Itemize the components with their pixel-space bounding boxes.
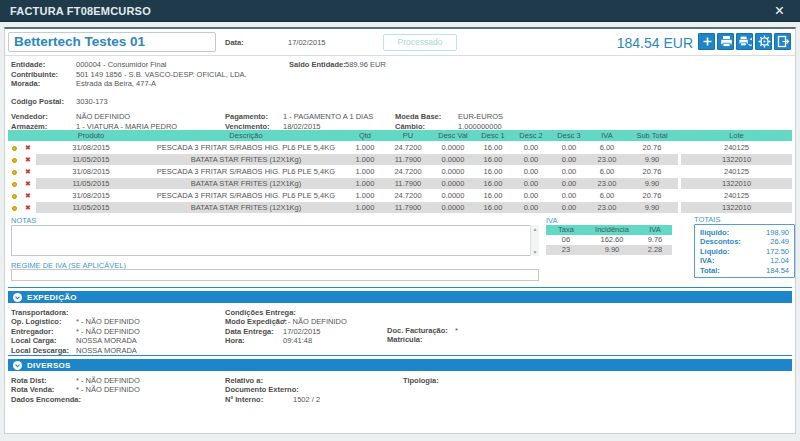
field-value: 09:41:48 xyxy=(283,336,312,345)
cell-desc-val: 0.0000 xyxy=(432,202,474,213)
cell-desc-val: 0.0000 xyxy=(432,166,474,177)
diversos-section-header[interactable]: DIVERSOS xyxy=(8,359,792,371)
field-label: Condições Entrega: xyxy=(225,308,283,317)
field-value: 1 - PAGAMENTO A 1 DIAS xyxy=(283,112,373,122)
cell-sub-total: 9.90 xyxy=(626,202,678,213)
gear-icon xyxy=(756,33,771,50)
total-value: 198.90 xyxy=(766,228,789,237)
cell-iva-amount: 2.28 xyxy=(638,245,672,255)
cell-iva: 23.00 xyxy=(588,178,626,189)
field-value: * - NÃO DEFINIDO xyxy=(76,327,140,336)
row-status-icon xyxy=(8,142,20,153)
payment-fields: Pagamento:1 - PAGAMENTO A 1 DIASVencimen… xyxy=(225,112,373,131)
table-row[interactable]: ✖ 31/08/2015 PESCADA 3 FRITAR S/RABOS HI… xyxy=(8,166,792,177)
notas-input[interactable] xyxy=(11,225,539,256)
col-iva: IVA xyxy=(588,130,626,141)
delete-row-icon[interactable]: ✖ xyxy=(20,154,36,165)
field-label: Armazém: xyxy=(11,122,76,132)
delete-row-icon[interactable]: ✖ xyxy=(20,202,36,213)
total-value: 12.04 xyxy=(770,256,789,265)
close-icon[interactable]: × xyxy=(771,0,788,22)
total-label: Total: xyxy=(700,266,766,275)
table-row[interactable]: ✖ 11/05/2015 BATATA STAR FRITES (12X1Kg)… xyxy=(8,202,792,213)
print-series-button[interactable] xyxy=(736,33,753,50)
date-label: Data: xyxy=(225,38,244,47)
table-row[interactable]: ✖ 31/08/2015 PESCADA 3 FRITAR S/RABOS HI… xyxy=(8,190,792,201)
field-label: Doc. Facturação: xyxy=(387,326,455,335)
col-incidencia: Incidência xyxy=(586,225,638,235)
section-divider xyxy=(8,287,792,288)
cell-qtd: 1.000 xyxy=(346,178,384,189)
field-label: Data Entrega: xyxy=(225,327,283,336)
field-label: Contribuinte: xyxy=(11,70,76,80)
cell-produto: 31/08/2015 xyxy=(36,190,146,201)
field-label: Vendedor: xyxy=(11,112,76,122)
total-amount: 184.54 EUR xyxy=(617,35,693,51)
row-status-icon xyxy=(8,190,20,201)
table-row[interactable]: ✖ 11/05/2015 BATATA STAR FRITES (12X1Kg)… xyxy=(8,178,792,189)
total-row: Total: 184.54 xyxy=(700,266,789,275)
cell-produto: 11/05/2015 xyxy=(36,178,146,189)
cell-iva: 6.00 xyxy=(588,190,626,201)
field-label: Hora: xyxy=(225,336,283,345)
cell-incidencia: 162.60 xyxy=(586,235,638,245)
table-row[interactable]: ✖ 11/05/2015 BATATA STAR FRITES (12X1Kg)… xyxy=(8,154,792,165)
field-value: Estrada da Beira, 477-A xyxy=(76,79,156,89)
scroll-down-icon[interactable]: ▼ xyxy=(531,249,539,255)
cell-descricao: BATATA STAR FRITES (12X1Kg) xyxy=(146,202,346,213)
cell-desc-1: 16.00 xyxy=(474,178,512,189)
cell-lote: 240125 xyxy=(681,190,792,201)
delete-row-icon[interactable]: ✖ xyxy=(20,142,36,153)
settings-button[interactable] xyxy=(755,33,772,50)
col-desc-2: Desc 2 xyxy=(512,130,550,141)
expedicao-section-header[interactable]: EXPEDIÇÃO xyxy=(8,291,792,303)
entity-name-field[interactable]: Bettertech Testes 01 xyxy=(8,32,216,52)
exit-button[interactable] xyxy=(774,33,791,50)
cell-pu: 24.7200 xyxy=(384,166,432,177)
items-table-header: Produto Descrição Qtd PU Desc Val Desc 1… xyxy=(8,130,792,141)
postal-field: Código Postal:3030-173 xyxy=(11,97,108,107)
cell-produto: 11/05/2015 xyxy=(36,154,146,165)
section-title: EXPEDIÇÃO xyxy=(27,293,77,302)
field-value: * - NÃO DEFINIDO xyxy=(76,376,140,385)
date-value: 17/02/2015 xyxy=(288,38,326,47)
mid-section: NOTAS ▲ ▼ IVA Taxa Incidência IVA 06 162… xyxy=(5,213,795,287)
status-badge[interactable]: Processado xyxy=(383,34,457,51)
cell-qtd: 1.000 xyxy=(346,142,384,153)
iva-row: 06 162.60 9.76 xyxy=(546,235,672,245)
iva-table: Taxa Incidência IVA 06 162.60 9.76 23 9.… xyxy=(546,225,672,255)
cell-desc-val: 0.0000 xyxy=(432,154,474,165)
scroll-up-icon[interactable]: ▲ xyxy=(531,226,539,232)
table-row[interactable]: ✖ 31/08/2015 PESCADA 3 FRITAR S/RABOS HI… xyxy=(8,142,792,153)
col-produto: Produto xyxy=(36,130,146,141)
cell-desc-2: 0.00 xyxy=(512,202,550,213)
field-label: Moeda Base: xyxy=(395,112,458,122)
title-bar: FACTURA FT08EMCURSO × xyxy=(0,0,800,22)
print-button[interactable] xyxy=(717,33,734,50)
field-label: Código Postal: xyxy=(11,97,76,107)
collapse-chevron-icon xyxy=(13,361,22,370)
cell-pu: 24.7200 xyxy=(384,190,432,201)
entity-main-fields: Entidade:000004 - Consumidor FinalContri… xyxy=(11,60,247,89)
delete-row-icon[interactable]: ✖ xyxy=(20,190,36,201)
col-select xyxy=(8,130,20,141)
cell-lote: 240125 xyxy=(681,142,792,153)
delete-row-icon[interactable]: ✖ xyxy=(20,166,36,177)
field-value: EUR-EUROS xyxy=(458,112,503,122)
expedicao-col2: Condições Entrega:Modo Expedição:* - NÃO… xyxy=(225,308,347,346)
notas-scrollbar[interactable]: ▲ ▼ xyxy=(530,225,539,256)
field-label: Pagamento: xyxy=(225,112,283,122)
col-qtd: Qtd xyxy=(346,130,384,141)
cell-desc-1: 16.00 xyxy=(474,190,512,201)
cell-taxa: 23 xyxy=(546,245,586,255)
field-value: 1 - VIATURA - MARIA PEDRO xyxy=(76,122,177,132)
row-status-icon xyxy=(8,154,20,165)
col-lote: Lote xyxy=(681,130,792,141)
field-value: 17/02/2015 xyxy=(283,327,321,336)
field-label: Relativo a: xyxy=(225,376,293,385)
add-button[interactable] xyxy=(698,33,715,50)
delete-row-icon[interactable]: ✖ xyxy=(20,178,36,189)
field-value: 000004 - Consumidor Final xyxy=(76,60,166,70)
totais-label: TOTAIS xyxy=(694,215,720,224)
regime-iva-input[interactable] xyxy=(11,269,539,281)
